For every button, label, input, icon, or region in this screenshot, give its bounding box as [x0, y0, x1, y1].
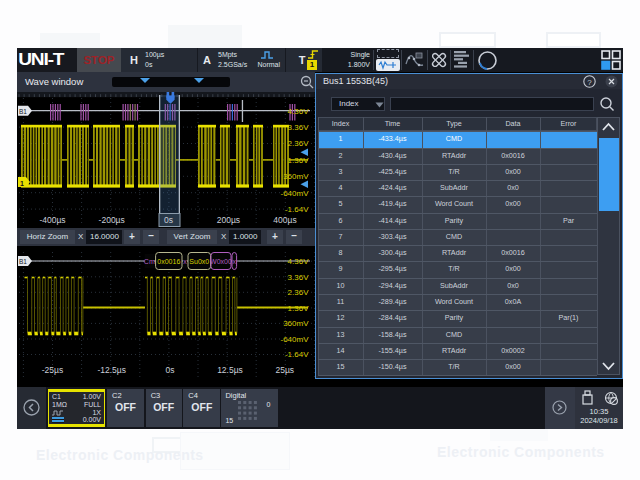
- svg-text:1.36V: 1.36V: [288, 304, 310, 313]
- svg-text:2.36V: 2.36V: [288, 288, 310, 297]
- svg-text:1.36V: 1.36V: [288, 156, 310, 165]
- svg-text:2.36V: 2.36V: [288, 139, 310, 148]
- svg-text:-1.64V: -1.64V: [285, 350, 309, 359]
- svg-text:-12.5µs: -12.5µs: [97, 365, 126, 375]
- svg-text:0x0016: 0x0016: [157, 258, 180, 265]
- svg-text:B1: B1: [19, 108, 27, 115]
- svg-text:W0x00: W0x00: [210, 258, 232, 265]
- svg-text:12.5µs: 12.5µs: [217, 365, 243, 375]
- svg-text:4.36V: 4.36V: [288, 107, 310, 116]
- svg-text:360mV: 360mV: [283, 319, 309, 328]
- svg-text:-25µs: -25µs: [42, 365, 63, 375]
- svg-text:B1: B1: [19, 258, 27, 265]
- svg-text:25µs: 25µs: [275, 365, 294, 375]
- svg-text:-1.64V: -1.64V: [285, 205, 309, 214]
- svg-text:-400µs: -400µs: [39, 215, 65, 225]
- svg-text:-640mV: -640mV: [280, 189, 309, 198]
- svg-text:0s: 0s: [166, 365, 175, 375]
- svg-text:?: ?: [587, 78, 592, 87]
- svg-text:x: x: [183, 258, 187, 265]
- svg-text:0s: 0s: [164, 215, 173, 225]
- svg-text:1: 1: [20, 180, 24, 187]
- svg-text:200µs: 200µs: [217, 215, 240, 225]
- svg-text:-200µs: -200µs: [99, 215, 125, 225]
- svg-text:3.36V: 3.36V: [288, 123, 310, 132]
- svg-text:-640mV: -640mV: [280, 335, 309, 344]
- svg-text:Su0x0: Su0x0: [189, 258, 209, 265]
- svg-text:400µs: 400µs: [273, 215, 296, 225]
- svg-text:x: x: [233, 258, 237, 265]
- svg-text:360mV: 360mV: [283, 172, 309, 181]
- svg-text:4.36V: 4.36V: [288, 257, 310, 266]
- svg-text:Cm: Cm: [144, 258, 155, 265]
- svg-text:3.36V: 3.36V: [288, 273, 310, 282]
